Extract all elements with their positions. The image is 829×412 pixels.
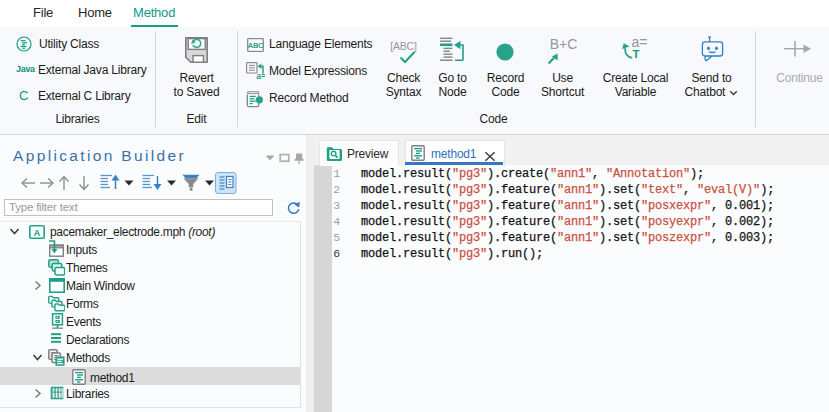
svg-text:T: T xyxy=(633,48,640,60)
svg-text:a=: a= xyxy=(256,71,265,80)
svg-text:ABC: ABC xyxy=(248,41,264,50)
svg-text:A: A xyxy=(34,228,41,238)
